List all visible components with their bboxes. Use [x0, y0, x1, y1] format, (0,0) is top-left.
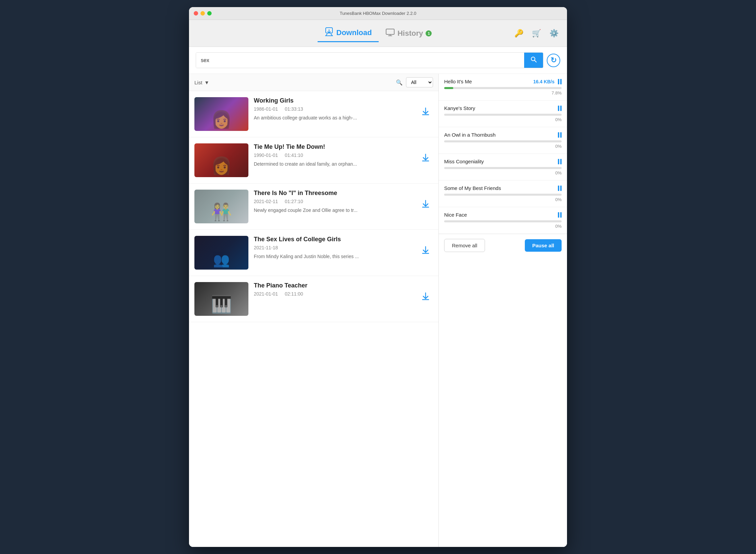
movie-thumbnail: 👩 — [194, 143, 248, 177]
toolbar-right: 🔑 🛒 ⚙️ — [512, 27, 560, 40]
movie-item: 👩 Working Girls 1986-01-01 01:33:13 An a… — [189, 91, 438, 137]
svg-rect-1 — [386, 29, 394, 34]
download-item: Hello It's Me 16.4 KB/s 7.8% — [439, 74, 567, 101]
progress-bar-wrap — [444, 194, 562, 196]
progress-bar-wrap — [444, 167, 562, 169]
tab-history[interactable]: History 1 — [379, 25, 439, 42]
search-input-wrap — [196, 52, 543, 68]
download-button-3[interactable] — [418, 243, 433, 257]
download-icon — [324, 27, 334, 38]
filter-select[interactable]: All — [406, 77, 433, 87]
refresh-icon: ↻ — [550, 56, 557, 65]
sort-icon: ▼ — [204, 80, 209, 85]
titlebar: TunesBank HBOMax Downloader 2.2.0 — [189, 7, 567, 20]
movie-description: An ambitious college graduate works as a… — [254, 114, 413, 121]
download-item-header: Miss Congeniality — [444, 159, 562, 164]
movie-meta: 2021-02-11 01:27:10 — [254, 199, 413, 204]
tab-download-label: Download — [336, 28, 372, 37]
progress-bar-wrap — [444, 140, 562, 142]
download-button-2[interactable] — [418, 196, 433, 211]
traffic-lights — [194, 11, 212, 16]
pause-button[interactable] — [558, 132, 562, 138]
movie-thumbnail: 👥 — [194, 236, 248, 270]
movie-item: 🎹 The Piano Teacher 2021-01-01 02:11:00 — [189, 276, 438, 322]
movie-item: 👥 The Sex Lives of College Girls 2021-11… — [189, 230, 438, 276]
download-item-header: An Owl in a Thornbush — [444, 132, 562, 138]
progress-percentage: 0% — [444, 117, 562, 122]
pause-button[interactable] — [558, 212, 562, 218]
pause-button[interactable] — [558, 159, 562, 164]
download-item-name: An Owl in a Thornbush — [444, 132, 495, 138]
search-button[interactable] — [524, 53, 543, 68]
toolbar: Download History 1 🔑 🛒 ⚙️ — [189, 20, 567, 47]
pause-bar-left — [558, 132, 559, 138]
pause-bar-right — [560, 132, 562, 138]
cart-button[interactable]: 🛒 — [530, 27, 543, 40]
progress-bar-wrap — [444, 114, 562, 116]
right-panel: Hello It's Me 16.4 KB/s 7.8% — [439, 74, 567, 547]
close-button[interactable] — [194, 11, 198, 16]
download-item-name: Some of My Best Friends — [444, 185, 501, 191]
download-item-header: Kanye's Story — [444, 105, 562, 111]
progress-percentage: 0% — [444, 224, 562, 229]
download-button-0[interactable] — [418, 104, 433, 119]
movie-info: The Sex Lives of College Girls 2021-11-1… — [254, 236, 413, 260]
download-item-name: Kanye's Story — [444, 105, 475, 111]
movie-meta: 1986-01-01 01:33:13 — [254, 106, 413, 112]
download-item-header: Nice Face — [444, 212, 562, 218]
movie-date: 1986-01-01 — [254, 106, 278, 112]
search-input[interactable] — [196, 53, 524, 68]
key-button[interactable]: 🔑 — [512, 27, 525, 40]
settings-icon: ⚙️ — [549, 29, 559, 38]
movie-thumbnail: 👩 — [194, 97, 248, 131]
progress-bar-fill — [444, 87, 453, 89]
cart-icon: 🛒 — [532, 29, 541, 38]
pause-button[interactable] — [558, 79, 562, 84]
tab-download[interactable]: Download — [318, 24, 379, 42]
pause-button[interactable] — [558, 186, 562, 191]
pause-bar-left — [558, 212, 559, 218]
movie-date: 1990-01-01 — [254, 153, 278, 158]
download-item: Kanye's Story 0% — [439, 101, 567, 127]
movie-date: 2021-02-11 — [254, 199, 278, 204]
app-title: TunesBank HBOMax Downloader 2.2.0 — [340, 11, 416, 16]
download-item: An Owl in a Thornbush 0% — [439, 127, 567, 154]
movie-meta: 2021-01-01 02:11:00 — [254, 291, 413, 297]
settings-button[interactable]: ⚙️ — [547, 27, 560, 40]
list-label: List — [194, 80, 202, 85]
search-icon — [530, 57, 537, 64]
tab-history-label: History — [398, 29, 423, 38]
movie-title: The Sex Lives of College Girls — [254, 236, 413, 243]
movie-info: The Piano Teacher 2021-01-01 02:11:00 — [254, 282, 413, 299]
movie-info: There Is No "I" in Threesome 2021-02-11 … — [254, 190, 413, 214]
left-panel: List ▼ 🔍 All 👩 — [189, 74, 439, 547]
remove-all-button[interactable]: Remove all — [444, 239, 485, 252]
movie-info: Working Girls 1986-01-01 01:33:13 An amb… — [254, 97, 413, 121]
app-window: TunesBank HBOMax Downloader 2.2.0 Downlo… — [189, 7, 567, 547]
download-button-1[interactable] — [418, 150, 433, 165]
list-sort[interactable]: List ▼ — [194, 80, 209, 85]
maximize-button[interactable] — [207, 11, 212, 16]
progress-percentage: 0% — [444, 197, 562, 202]
download-item-name: Nice Face — [444, 212, 467, 218]
movie-thumbnail: 👫 — [194, 190, 248, 223]
pause-button[interactable] — [558, 106, 562, 111]
pause-bar-left — [558, 106, 559, 111]
download-item-name: Miss Congeniality — [444, 159, 484, 164]
download-item-header: Some of My Best Friends — [444, 185, 562, 191]
minimize-button[interactable] — [200, 11, 205, 16]
movie-description: Newly engaged couple Zoe and Ollie agree… — [254, 207, 413, 214]
movie-description: Determined to create an ideal family, an… — [254, 161, 413, 168]
download-button-4[interactable] — [418, 289, 433, 304]
list-search-icon[interactable]: 🔍 — [396, 79, 403, 86]
download-item-header: Hello It's Me 16.4 KB/s — [444, 79, 562, 84]
refresh-button[interactable]: ↻ — [547, 54, 560, 67]
movie-meta: 2021-11-18 — [254, 245, 413, 250]
list-header: List ▼ 🔍 All — [189, 74, 438, 91]
pause-bar-right — [560, 106, 562, 111]
pause-all-button[interactable]: Pause all — [525, 239, 562, 252]
history-badge: 1 — [426, 30, 432, 36]
movie-meta: 1990-01-01 01:41:10 — [254, 153, 413, 158]
download-item: Nice Face 0% — [439, 207, 567, 234]
movie-description: From Mindy Kaling and Justin Noble, this… — [254, 253, 413, 260]
